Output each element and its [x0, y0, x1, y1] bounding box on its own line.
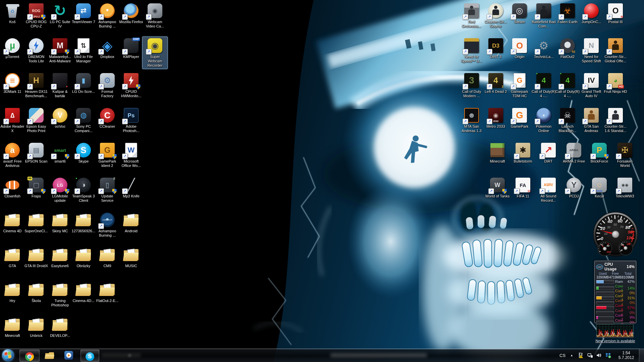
desktop-icon[interactable]: ↗Red Orchestra...	[459, 2, 484, 30]
chrome-taskbar-button[interactable]	[19, 350, 40, 362]
show-desktop-button[interactable]	[639, 349, 644, 362]
desktop-icon[interactable]: W↗Microsoft Office Wo...	[118, 141, 144, 169]
desktop-icon[interactable]: ↗Mozilla Firefox	[118, 2, 144, 25]
desktop-icon[interactable]: ↗Battlefield Bad Com...	[531, 2, 556, 30]
desktop-icon[interactable]: ↗CPUID HWMonito...	[118, 71, 144, 100]
desktop-icon[interactable]: G↗GamePark	[507, 106, 532, 130]
desktop-icon[interactable]: •↗Pokemon Online	[531, 106, 556, 134]
desktop-icon[interactable]: ◈↗Dropbox	[95, 37, 120, 60]
desktop-icon[interactable]: ↗GTA San Andreas	[579, 106, 604, 134]
desktop-icon[interactable]: ⇅↗Ulož.to File Manager	[71, 37, 96, 65]
desktop-icon[interactable]: Tuning Photoshop	[47, 281, 73, 309]
desktop-icon[interactable]: ↗Counter-Str... 1.6 Standal...	[603, 106, 628, 134]
desktop-icon[interactable]: GTA III DroidX	[23, 246, 49, 269]
desktop-icon[interactable]: OIII↗Postal III	[603, 2, 628, 25]
desktop-icon[interactable]: KMP↗KMPlayer	[118, 37, 144, 60]
desktop-icon[interactable]: ↗Ashampoo Burning ...	[95, 2, 120, 30]
desktop-icon[interactable]: ☻↗MTA San Andreas 1.3	[459, 106, 484, 134]
network-icon[interactable]	[587, 352, 593, 358]
desktop-icon[interactable]: G↗Gamepark TDM HC	[507, 71, 532, 100]
desktop-icon[interactable]: S↗Skype	[71, 141, 96, 165]
desktop-icon[interactable]: IV↗Grand Theft Auto IV	[579, 71, 604, 100]
desktop-icon[interactable]: ✱↗Bulletstorm	[510, 141, 536, 165]
desktop-icon[interactable]: 4✦↗Call of Duty(R) 4 -...	[531, 71, 556, 100]
desktop-icon[interactable]: MUSIC	[118, 246, 144, 269]
desktop-icon[interactable]: µ↗µTorrent	[0, 37, 25, 60]
desktop-icon[interactable]: ♻Koš	[0, 2, 25, 25]
desktop-icon[interactable]: SuperOneCl...	[23, 211, 49, 235]
desktop-icon[interactable]: ▯≣↗Update Service	[95, 176, 120, 204]
desktop-icon[interactable]: Minecraft	[485, 141, 510, 165]
desktop-icon[interactable]: ◕HD↗Fruit Ninja HD	[603, 71, 628, 95]
desktop-icon[interactable]: P↗BrickForce	[587, 141, 612, 165]
desktop-icon[interactable]: ◍↗Sony PC Compani...	[71, 106, 96, 134]
desktop-icon[interactable]: ◉↗Super Webcam Recorder	[142, 37, 168, 69]
desktop-icon[interactable]: FlatOut-2-E...	[95, 281, 120, 304]
desktop-icon[interactable]: ▮↗LG On-Scre...	[71, 71, 96, 95]
desktop-icon[interactable]: ◉◉↗TeknoMW3	[612, 176, 638, 200]
desktop-icon[interactable]: ◑●↗TeamSpeak 3 Client	[71, 176, 96, 204]
new-version-link[interactable]: New version is available	[595, 338, 636, 343]
desktop-icon[interactable]: ARMA↗ARMA 2 Free	[561, 141, 587, 165]
desktop-icon[interactable]: ▢99↗Fraps	[23, 176, 49, 200]
desktop-icon[interactable]: ⚙↗Format Factory	[95, 71, 120, 100]
desktop-icon[interactable]: Unbrick	[23, 315, 49, 339]
start-button[interactable]	[2, 349, 14, 361]
skype-taskbar-button[interactable]: S	[80, 350, 99, 362]
desktop-icon[interactable]: ╱↗Mp3 Knife	[118, 176, 144, 200]
desktop-icon[interactable]: ↗↗DiRT	[536, 141, 561, 165]
desktop-icon[interactable]: Hry	[0, 281, 25, 304]
desktop-icon[interactable]: ↻↗LG PC Suite IV	[47, 2, 73, 30]
desktop-icon[interactable]: Minecraft	[0, 315, 25, 339]
show-hidden-icons-button[interactable]: ▲	[570, 354, 573, 357]
desktop-icon[interactable]: ↗Need for Speed™ U...	[459, 37, 484, 65]
desktop-icon[interactable]: ●↗Kašpar & barták	[47, 71, 73, 100]
desktop-icon[interactable]: ◉2033↗Metro 2033	[483, 106, 508, 130]
desktop-icon[interactable]: Škola	[23, 281, 49, 304]
desktop-icon[interactable]: ☺kecal↗Kecal	[587, 176, 612, 200]
action-center-flag-icon[interactable]: !	[578, 352, 584, 358]
desktop-icon[interactable]: 02↗FlatOut2	[555, 37, 580, 60]
desktop-icon[interactable]: ☠↗Launch Blackligh...	[555, 106, 580, 134]
desktop-icon[interactable]: ◉↗Webcam Video Ca...	[142, 2, 168, 30]
desktop-icon[interactable]: ↗DAEMON Tools Lite	[23, 37, 49, 65]
desktop-icon[interactable]: 3↗Call of Duty Modern ...	[459, 71, 484, 100]
desktop-icon[interactable]: ▤↗EPSON Scan	[23, 141, 49, 165]
desktop-icon[interactable]: O↗Origin	[507, 37, 532, 60]
desktop-icon[interactable]: ∆↗Adobe Reader X	[0, 106, 25, 134]
desktop-icon[interactable]: ↗Counter-Str... Global Offe...	[603, 37, 628, 65]
explorer-taskbar-button[interactable]	[45, 352, 54, 360]
desktop-icon[interactable]: ⚙↗TechnicLa...	[531, 37, 556, 60]
desktop-icon[interactable]: DEVELOP...	[47, 315, 73, 339]
desktop-icon[interactable]: Skiny MC	[47, 211, 73, 235]
desktop-icon[interactable]: LG↗LGMobile update	[47, 176, 73, 204]
dropbox-tray-icon[interactable]	[605, 352, 611, 358]
desktop-icon[interactable]: ✠↗Forsaken World	[612, 141, 638, 169]
desktop-icon[interactable]: smart↗smart6	[47, 141, 73, 165]
desktop-icon[interactable]: Easytune6	[47, 246, 73, 269]
desktop-icon[interactable]: ROGCPU-Z↗CPUID ROG CPU-Z	[23, 2, 49, 30]
desktop-icon[interactable]: N↗Need for Speed Shift	[579, 37, 604, 65]
desktop-icon[interactable]: 1273656926...	[71, 211, 96, 235]
desktop-icon[interactable]: a↗avast! Free Antivirus	[0, 141, 25, 169]
volume-icon[interactable]	[596, 352, 602, 358]
desktop-icon[interactable]: 4✦↗Call of Duty(R) 4 -...	[555, 71, 580, 100]
desktop-icon[interactable]: CM9	[95, 246, 120, 269]
desktop-icon[interactable]: FA11↗FIFA 11	[510, 176, 536, 200]
desktop-icon[interactable]: Obrázky	[71, 246, 96, 269]
desktop-icon[interactable]: ASRV◉↗All Sound Record...	[536, 176, 561, 204]
desktop-icon[interactable]: ↗JumpOnC...	[579, 2, 604, 25]
desktop-icon[interactable]: ↗Clownfish	[0, 176, 25, 200]
cpu-speedometer-gadget[interactable]: 0204060809010010305070050100500100	[592, 212, 639, 263]
desktop-icon[interactable]: Ps↗Adobe Photosh...	[118, 106, 144, 134]
desktop-icon[interactable]: W↗World of Tanks	[485, 176, 510, 200]
desktop-icon[interactable]: D3↗DiRT 3	[483, 37, 508, 60]
desktop-icon[interactable]: H↗Heaven DX11 Benchmark...	[23, 71, 49, 100]
desktop-icon[interactable]: M↗Malwarebyt... Anti-Malware	[47, 37, 73, 65]
desktop-icon[interactable]: ↗Counter-Str... Source	[483, 2, 508, 30]
desktop-icon[interactable]: Android	[118, 211, 144, 235]
desktop-icon[interactable]: Cinema 4D	[0, 211, 25, 235]
desktop-icon[interactable]: GTA	[0, 246, 25, 269]
desktop-icon[interactable]: ⇄↗TeamViewer 7	[71, 2, 96, 25]
desktop-icon[interactable]: ≡↗3DMark 11	[0, 71, 25, 95]
